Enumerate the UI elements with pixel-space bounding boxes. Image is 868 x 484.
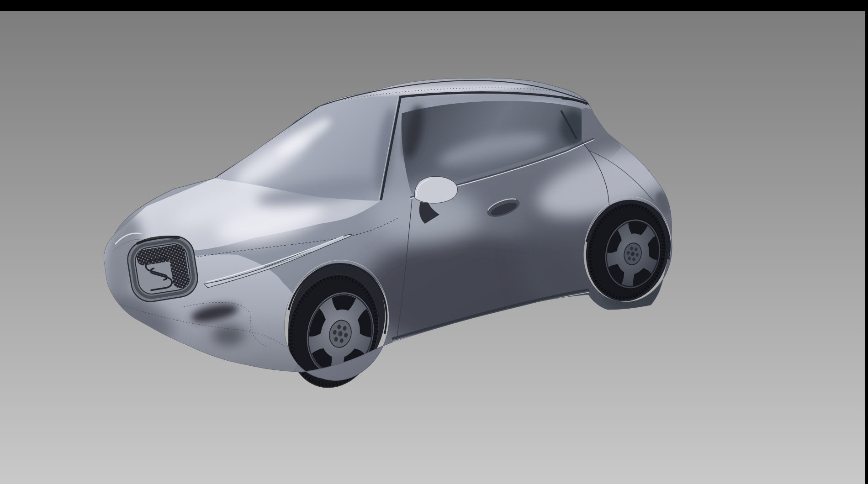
- scene-svg: [0, 0, 868, 484]
- right-black-bar: [865, 0, 868, 484]
- cad-window: [0, 0, 868, 484]
- top-black-bar: [0, 0, 868, 11]
- fog-lamp-recess: [213, 326, 244, 346]
